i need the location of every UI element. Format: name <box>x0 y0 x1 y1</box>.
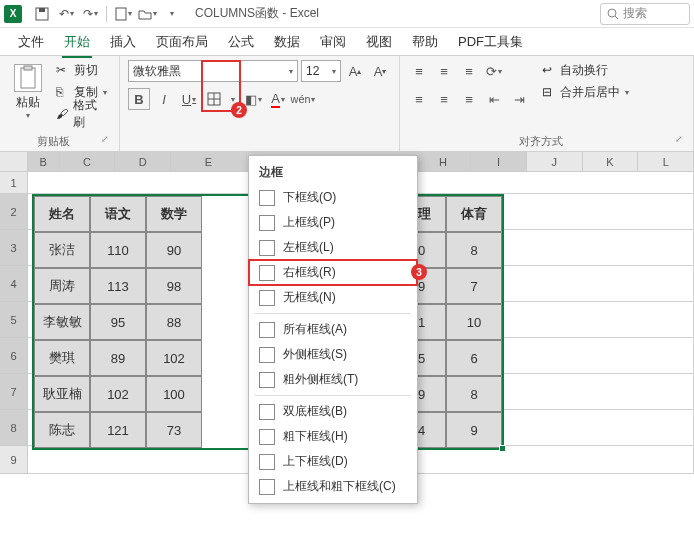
new-file-button[interactable]: ▾ <box>112 3 134 25</box>
th-name[interactable]: 姓名 <box>34 196 90 232</box>
border-menu-item[interactable]: 所有框线(A) <box>249 317 417 342</box>
table-cell[interactable]: 113 <box>90 268 146 304</box>
col-header-e[interactable]: E <box>171 152 247 171</box>
alignment-launcher[interactable]: ⤢ <box>673 134 685 144</box>
orientation-button[interactable]: ⟳▾ <box>483 60 505 82</box>
row-header-3[interactable]: 3 <box>0 230 28 266</box>
merge-center-button[interactable]: ⊟合并后居中▾ <box>538 82 633 102</box>
bold-button[interactable]: B <box>128 88 150 110</box>
selection-handle[interactable] <box>499 445 506 452</box>
border-button[interactable] <box>203 88 225 110</box>
table-cell[interactable]: 98 <box>146 268 202 304</box>
border-menu-item[interactable]: 上框线(P) <box>249 210 417 235</box>
align-center-button[interactable]: ≡ <box>433 88 455 110</box>
row-header-9[interactable]: 9 <box>0 446 28 474</box>
tab-review[interactable]: 审阅 <box>310 27 356 57</box>
row-header-2[interactable]: 2 <box>0 194 28 230</box>
table-cell[interactable]: 10 <box>446 304 502 340</box>
col-header-l[interactable]: L <box>638 152 694 171</box>
italic-button[interactable]: I <box>153 88 175 110</box>
increase-indent-button[interactable]: ⇥ <box>508 88 530 110</box>
table-cell[interactable]: 110 <box>90 232 146 268</box>
font-size-select[interactable]: 12▾ <box>301 60 341 82</box>
paste-button[interactable]: 粘贴 ▾ <box>8 60 48 124</box>
search-input[interactable]: 搜索 <box>600 3 690 25</box>
tab-home[interactable]: 开始 <box>54 27 100 57</box>
th-math[interactable]: 数学 <box>146 196 202 232</box>
font-color-button[interactable]: A▾ <box>267 88 289 110</box>
increase-font-button[interactable]: A▴ <box>344 60 366 82</box>
wrap-text-button[interactable]: ↩自动换行 <box>538 60 633 80</box>
table-cell[interactable]: 8 <box>446 376 502 412</box>
align-right-button[interactable]: ≡ <box>458 88 480 110</box>
border-menu-item[interactable]: 双底框线(B) <box>249 399 417 424</box>
row-header-7[interactable]: 7 <box>0 374 28 410</box>
decrease-indent-button[interactable]: ⇤ <box>483 88 505 110</box>
col-header-c[interactable]: C <box>60 152 116 171</box>
table-cell[interactable]: 耿亚楠 <box>34 376 90 412</box>
table-cell[interactable]: 73 <box>146 412 202 448</box>
th-chinese[interactable]: 语文 <box>90 196 146 232</box>
tab-page-layout[interactable]: 页面布局 <box>146 27 218 57</box>
table-cell[interactable]: 8 <box>446 232 502 268</box>
border-menu-item[interactable]: 粗下框线(H) <box>249 424 417 449</box>
col-header-d[interactable]: D <box>115 152 171 171</box>
border-menu-item[interactable]: 上框线和粗下框线(C) <box>249 474 417 499</box>
align-middle-button[interactable]: ≡ <box>433 60 455 82</box>
col-header-b[interactable]: B <box>28 152 60 171</box>
undo-button[interactable]: ↶▾ <box>55 3 77 25</box>
redo-button[interactable]: ↷▾ <box>79 3 101 25</box>
tab-help[interactable]: 帮助 <box>402 27 448 57</box>
row-header-4[interactable]: 4 <box>0 266 28 302</box>
qat-customize[interactable]: ▾ <box>160 3 182 25</box>
cut-button[interactable]: ✂剪切 <box>52 60 111 80</box>
table-cell[interactable]: 88 <box>146 304 202 340</box>
table-cell[interactable]: 周涛 <box>34 268 90 304</box>
border-menu-item[interactable]: 下框线(O) <box>249 185 417 210</box>
align-left-button[interactable]: ≡ <box>408 88 430 110</box>
save-button[interactable] <box>31 3 53 25</box>
col-header-h[interactable]: H <box>416 152 472 171</box>
underline-button[interactable]: U▾ <box>178 88 200 110</box>
row-header-6[interactable]: 6 <box>0 338 28 374</box>
table-cell[interactable]: 90 <box>146 232 202 268</box>
row-header-8[interactable]: 8 <box>0 410 28 446</box>
col-header-i[interactable]: I <box>471 152 527 171</box>
table-cell[interactable]: 102 <box>146 340 202 376</box>
select-all-corner[interactable] <box>0 152 28 171</box>
align-top-button[interactable]: ≡ <box>408 60 430 82</box>
table-cell[interactable]: 李敏敏 <box>34 304 90 340</box>
border-menu-item[interactable]: 外侧框线(S) <box>249 342 417 367</box>
open-file-button[interactable]: ▾ <box>136 3 158 25</box>
col-header-j[interactable]: J <box>527 152 583 171</box>
table-cell[interactable]: 6 <box>446 340 502 376</box>
font-name-select[interactable]: 微软雅黑▾ <box>128 60 298 82</box>
border-menu-item[interactable]: 粗外侧框线(T) <box>249 367 417 392</box>
row-header-1[interactable]: 1 <box>0 172 28 194</box>
table-cell[interactable]: 陈志 <box>34 412 90 448</box>
phonetic-button[interactable]: wén▾ <box>292 88 314 110</box>
table-cell[interactable]: 樊琪 <box>34 340 90 376</box>
table-cell[interactable]: 95 <box>90 304 146 340</box>
table-cell[interactable]: 100 <box>146 376 202 412</box>
decrease-font-button[interactable]: A▾ <box>369 60 391 82</box>
tab-data[interactable]: 数据 <box>264 27 310 57</box>
tab-file[interactable]: 文件 <box>8 27 54 57</box>
table-cell[interactable]: 7 <box>446 268 502 304</box>
col-header-k[interactable]: K <box>583 152 639 171</box>
table-cell[interactable]: 121 <box>90 412 146 448</box>
clipboard-launcher[interactable]: ⤢ <box>99 134 111 144</box>
tab-insert[interactable]: 插入 <box>100 27 146 57</box>
table-cell[interactable]: 102 <box>90 376 146 412</box>
border-menu-item[interactable]: 上下框线(D) <box>249 449 417 474</box>
table-cell[interactable]: 9 <box>446 412 502 448</box>
tab-view[interactable]: 视图 <box>356 27 402 57</box>
border-menu-item[interactable]: 左框线(L) <box>249 235 417 260</box>
table-cell[interactable]: 张洁 <box>34 232 90 268</box>
format-painter-button[interactable]: 🖌格式刷 <box>52 104 111 124</box>
align-bottom-button[interactable]: ≡ <box>458 60 480 82</box>
tab-formula[interactable]: 公式 <box>218 27 264 57</box>
border-menu-item[interactable]: 无框线(N) <box>249 285 417 310</box>
table-cell[interactable]: 89 <box>90 340 146 376</box>
tab-pdf[interactable]: PDF工具集 <box>448 27 533 57</box>
